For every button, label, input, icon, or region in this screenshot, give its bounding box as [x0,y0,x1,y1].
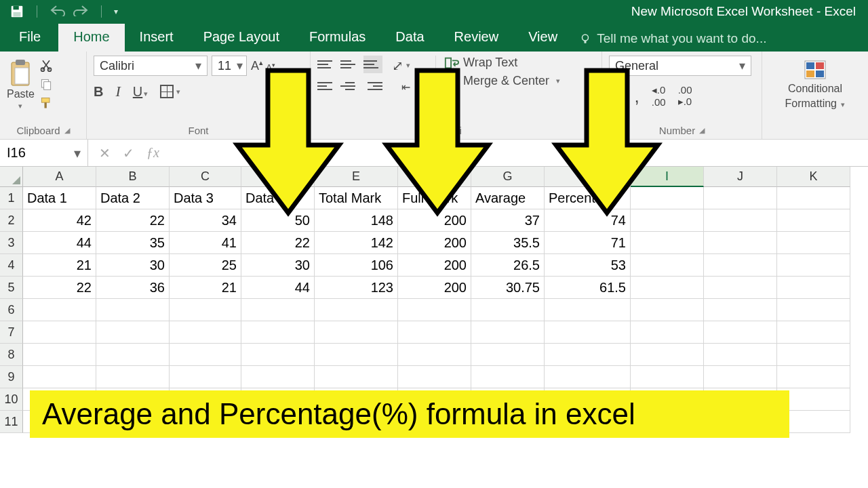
cell[interactable] [170,344,241,366]
column-header[interactable]: I [631,167,704,187]
cell[interactable]: 21 [23,254,96,277]
borders-button[interactable]: ▾ [160,85,180,98]
cell[interactable] [315,344,398,366]
cell[interactable] [631,187,704,209]
cell[interactable] [704,254,777,277]
align-center-icon[interactable] [340,77,359,95]
cell[interactable] [777,187,850,209]
cell[interactable] [471,321,545,344]
fx-icon[interactable]: ƒx [146,145,159,161]
cell[interactable]: 123 [315,277,398,299]
cell[interactable]: 200 [398,232,471,254]
column-header[interactable]: B [96,167,170,187]
cell[interactable] [315,321,398,344]
cell[interactable] [631,344,704,366]
column-header[interactable]: K [777,167,850,187]
cell[interactable] [23,344,96,366]
cell[interactable] [631,366,704,388]
cancel-formula-icon[interactable]: ✕ [99,145,111,161]
tab-data[interactable]: Data [380,24,439,52]
align-top-icon[interactable] [317,56,336,73]
cell[interactable] [96,299,170,321]
cell[interactable] [241,366,315,388]
column-header[interactable]: C [170,167,241,187]
cell[interactable] [471,299,545,321]
number-format-combo[interactable]: General▾ [609,56,751,76]
undo-icon[interactable] [50,4,66,19]
cell[interactable]: 34 [170,209,241,232]
cell[interactable] [315,366,398,388]
cell[interactable] [704,277,777,299]
cell[interactable]: 200 [398,277,471,299]
cell[interactable] [170,366,241,388]
grow-font-icon[interactable]: A▴ [251,58,263,73]
cell[interactable] [398,321,471,344]
cell[interactable]: 44 [23,232,96,254]
cell[interactable] [96,321,170,344]
cell[interactable]: 71 [545,232,631,254]
tab-page-layout[interactable]: Page Layout [189,24,294,52]
cell[interactable] [96,366,170,388]
cell[interactable]: 22 [241,232,315,254]
row-header[interactable]: 4 [0,254,23,277]
cell[interactable] [704,344,777,366]
cell[interactable] [777,321,850,344]
column-header[interactable]: E [315,167,398,187]
cell[interactable] [777,254,850,277]
column-header[interactable]: F [398,167,471,187]
cell[interactable]: 50 [241,209,315,232]
comma-style-button[interactable]: , [635,92,639,100]
orientation-button[interactable]: ⤢▾ [392,58,426,74]
cell[interactable]: 30.75 [471,277,545,299]
cell[interactable]: 25 [170,254,241,277]
cell[interactable]: 106 [315,254,398,277]
column-header[interactable]: D [241,167,315,187]
cell[interactable] [704,209,777,232]
cell[interactable] [545,321,631,344]
cell[interactable] [241,299,315,321]
tab-review[interactable]: Review [439,24,514,52]
cell[interactable]: 41 [170,232,241,254]
decrease-indent-icon[interactable]: ⇤ [401,81,410,94]
wrap-text-button[interactable]: Wrap Text [444,56,560,70]
cell[interactable]: 30 [96,254,170,277]
cell[interactable] [704,187,777,209]
cell[interactable]: Data 4 [241,187,315,209]
cell[interactable] [545,366,631,388]
cell[interactable] [23,366,96,388]
row-header[interactable]: 1 [0,187,23,209]
cell[interactable] [23,321,96,344]
tab-view[interactable]: View [513,24,572,52]
cell[interactable]: 36 [96,277,170,299]
cell[interactable] [398,366,471,388]
row-header[interactable]: 8 [0,344,23,366]
cell[interactable]: 35 [96,232,170,254]
cell[interactable]: 74 [545,209,631,232]
cell[interactable] [631,209,704,232]
row-header[interactable]: 10 [0,388,23,411]
cell[interactable] [545,344,631,366]
increase-decimal-button[interactable]: ◂.0.00 [652,84,666,108]
tab-insert[interactable]: Insert [125,24,189,52]
cell[interactable] [241,321,315,344]
cell[interactable] [631,299,704,321]
cell[interactable]: 22 [23,277,96,299]
tab-home[interactable]: Home [58,24,124,52]
cell[interactable]: Data 3 [170,187,241,209]
italic-button[interactable]: I [115,83,120,100]
column-header[interactable]: H [545,167,631,187]
cell[interactable] [777,277,850,299]
cell[interactable] [704,299,777,321]
cell[interactable] [777,232,850,254]
redo-icon[interactable] [73,4,89,19]
cell[interactable] [398,299,471,321]
cell[interactable]: Data 2 [96,187,170,209]
cell[interactable]: 22 [96,209,170,232]
percent-style-button[interactable]: % [609,87,623,105]
underline-button[interactable]: U [133,84,142,99]
cell[interactable] [170,299,241,321]
cell[interactable] [631,321,704,344]
cell[interactable]: 35.5 [471,232,545,254]
bold-button[interactable]: B [94,84,103,100]
tell-me-search[interactable]: Tell me what you want to do... [579,31,766,52]
